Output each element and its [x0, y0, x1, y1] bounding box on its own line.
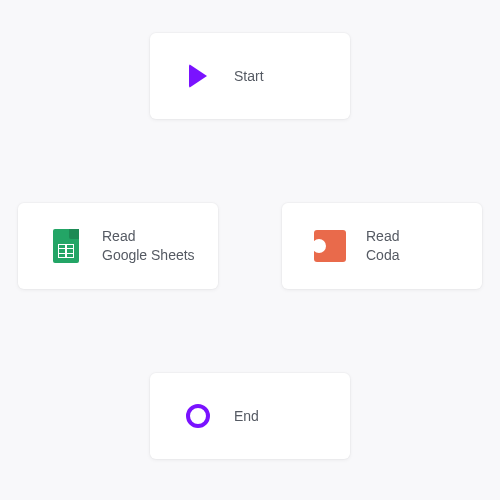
node-label: Read Google Sheets	[102, 227, 195, 265]
workflow-node-start[interactable]: Start	[150, 33, 350, 119]
google-sheets-icon	[48, 229, 84, 263]
play-icon	[180, 64, 216, 88]
coda-icon	[312, 230, 348, 262]
node-label: Read Coda	[366, 227, 399, 265]
ring-icon	[180, 404, 216, 428]
workflow-node-end[interactable]: End	[150, 373, 350, 459]
workflow-node-google-sheets[interactable]: Read Google Sheets	[18, 203, 218, 289]
node-label: Start	[234, 67, 264, 86]
workflow-node-coda[interactable]: Read Coda	[282, 203, 482, 289]
node-label: End	[234, 407, 259, 426]
